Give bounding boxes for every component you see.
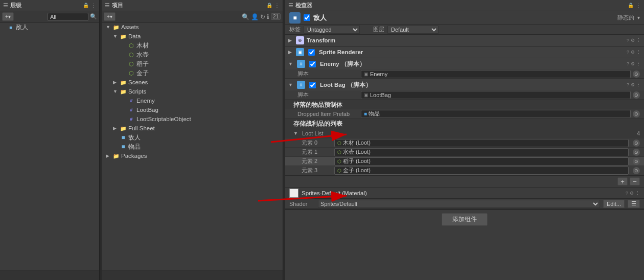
project-shuihu-row[interactable]: ⬡ 水壶 [102, 50, 283, 59]
loot-item-0-select-btn[interactable]: ⊙ [633, 139, 640, 147]
project-scenes-row[interactable]: ▶ 📁 Scenes [102, 78, 283, 87]
dropped-item-cn-label: 掉落的物品预制体 [293, 102, 342, 108]
project-search-icon[interactable]: 🔍 [242, 13, 249, 20]
dropped-item-prop-row: Dropped Item Prefab ■ 物品 ⊙ [285, 109, 644, 119]
hierarchy-add-button[interactable]: +▾ [2, 12, 14, 21]
loot-item-3-select-btn[interactable]: ⊙ [633, 167, 640, 174]
transform-gear-icon[interactable]: ⚙ [631, 38, 635, 43]
lootbag-more-icon[interactable]: ⋮ [636, 82, 641, 87]
loot-remove-btn[interactable]: − [630, 177, 640, 185]
shuihu-icon: ⬡ [128, 51, 135, 58]
loot-add-remove-row: + − [285, 175, 644, 187]
add-component-btn[interactable]: 添加组件 [442, 213, 488, 226]
sprite-renderer-checkbox[interactable] [308, 49, 315, 56]
project-info-icon[interactable]: ℹ [267, 13, 269, 20]
inspector-obj-header: ■ 敌人 静态的 ▾ [285, 11, 644, 25]
project-person-icon[interactable]: 👤 [251, 13, 259, 20]
hierarchy-title: 层级 [10, 2, 21, 9]
project-more-icon[interactable]: ⋮ [274, 3, 280, 8]
transform-collapse-arrow: ▶ [288, 38, 292, 43]
hierarchy-search-input[interactable] [48, 13, 88, 21]
static-dropdown-icon[interactable]: ▾ [637, 15, 640, 20]
project-packages-row[interactable]: ▶ 📁 Packages [102, 151, 283, 160]
lootbag-header[interactable]: ▼ # Loot Bag （脚本） ? ⚙ ⋮ [285, 79, 644, 90]
shader-layout-btn[interactable]: ☰ [628, 200, 640, 208]
project-jinzi-row[interactable]: ⬡ 金子 [102, 68, 283, 78]
material-more-icon[interactable]: ⋮ [635, 191, 640, 196]
project-scripts-row[interactable]: ▼ 📁 Scripts [102, 87, 283, 96]
project-lootbag-script-row[interactable]: # LootBag [102, 105, 283, 114]
project-assets-row[interactable]: ▼ 📁 Assets [102, 22, 283, 32]
project-menu-icon[interactable]: ☰ [105, 2, 110, 9]
lootbag-script-select-btn[interactable]: ⊙ [633, 91, 640, 99]
loot-item-2-select-btn[interactable]: ⊙ [633, 158, 640, 165]
project-bottom [102, 270, 283, 280]
sprite-help-icon[interactable]: ? [627, 50, 629, 55]
lootbag-title: Loot Bag （脚本） [320, 81, 624, 89]
hierarchy-lock-icon[interactable]: 🔒 [83, 3, 89, 8]
hierarchy-menu-icon[interactable]: ☰ [3, 2, 8, 9]
enemy-prefab-icon: ■ [120, 134, 127, 141]
dropped-item-ref-name: 物品 [369, 110, 380, 118]
lootbag-script-value: ▣ LootBag ⊙ [361, 91, 640, 99]
jinzi-icon: ⬡ [128, 69, 135, 77]
loot-list-cn-label: 存储战利品的列表 [293, 121, 342, 127]
sprite-renderer-header[interactable]: ▶ ▣ Sprite Renderer ? ⚙ ⋮ [285, 46, 644, 58]
enemy-script-select-btn[interactable]: ⊙ [633, 71, 640, 78]
project-wupin-prefab-row[interactable]: ■ 物品 [102, 142, 283, 151]
material-gear-icon[interactable]: ⚙ [630, 191, 634, 196]
lootbag-gear-icon[interactable]: ⚙ [631, 82, 635, 87]
obj-active-checkbox[interactable] [304, 14, 310, 21]
project-enemy-prefab-row[interactable]: ■ 敌人 [102, 133, 283, 142]
sprite-more-icon[interactable]: ⋮ [636, 50, 641, 55]
project-mumu-row[interactable]: ⬡ 木材 [102, 41, 283, 50]
transform-header[interactable]: ▶ ⊕ Transform ? ⚙ ⋮ [285, 35, 644, 46]
loot-add-btn[interactable]: + [617, 177, 628, 185]
material-help-icon[interactable]: ? [626, 191, 628, 196]
enemy-gear-icon[interactable]: ⚙ [631, 61, 635, 66]
loot-item-2-icon: ⬡ [337, 159, 341, 164]
sprite-gear-icon[interactable]: ⚙ [631, 50, 635, 55]
inspector-lock-icon[interactable]: 🔒 [628, 3, 634, 8]
project-lock-icon[interactable]: 🔒 [266, 3, 272, 8]
hierarchy-item-enemy[interactable]: ■ 敌人 [0, 22, 99, 32]
project-data-row[interactable]: ▼ 📁 Data [102, 32, 283, 41]
mumu-label: 木材 [136, 42, 149, 50]
loot-item-2-value: 稻子 (Loot) [343, 157, 371, 165]
loot-item-2-label: 元素 2 [302, 157, 332, 165]
transform-more-icon[interactable]: ⋮ [636, 38, 641, 43]
inspector-menu-icon[interactable]: ☰ [288, 2, 293, 9]
enemy-more-icon[interactable]: ⋮ [636, 61, 641, 66]
lootbag-script-icon: # [128, 106, 135, 113]
hierarchy-bottom [0, 270, 99, 280]
dropped-item-select-btn[interactable]: ⊙ [633, 110, 640, 118]
layer-select[interactable]: Default [387, 26, 439, 34]
scenes-label: Scenes [128, 79, 148, 85]
loot-list-collapse-arrow[interactable]: ▼ [293, 131, 298, 136]
lootbag-checkbox[interactable] [309, 82, 316, 88]
project-enemy-script-row[interactable]: # Enemy [102, 96, 283, 105]
project-refresh-icon[interactable]: ↻ [260, 13, 265, 20]
project-daozi-row[interactable]: ⬡ 稻子 [102, 59, 283, 68]
hierarchy-more-icon[interactable]: ⋮ [91, 3, 96, 8]
inspector-more-icon[interactable]: ⋮ [636, 3, 641, 8]
loot-item-3-ref: ⬡ 金子 (Loot) [334, 167, 629, 175]
loot-item-3-value: 金子 (Loot) [343, 167, 371, 174]
tag-select[interactable]: Untagged [304, 26, 360, 34]
enemy-script-checkbox[interactable] [309, 61, 316, 67]
shader-label: Shader [289, 201, 315, 207]
hierarchy-content: ■ 敌人 [0, 22, 99, 270]
project-lootso-script-row[interactable]: # LootScriptableObject [102, 114, 283, 124]
shader-select[interactable]: Sprites/Default [318, 200, 600, 208]
project-add-button[interactable]: +▾ [104, 12, 116, 21]
transform-help-icon[interactable]: ? [627, 38, 629, 43]
lootbag-help-icon[interactable]: ? [627, 82, 629, 87]
shader-edit-btn[interactable]: Edit... [603, 200, 625, 208]
enemy-help-icon[interactable]: ? [627, 61, 629, 66]
enemy-script-ref: ▣ Enemy [361, 70, 631, 78]
enemy-script-header[interactable]: ▼ # Enemy （脚本） ? ⚙ ⋮ [285, 58, 644, 69]
material-header-row: Sprites-Default (Material) ? ⚙ ⋮ [285, 188, 644, 199]
loot-item-1-select-btn[interactable]: ⊙ [633, 149, 640, 156]
loot-item-0-ref: ⬡ 木材 (Loot) [334, 139, 629, 147]
project-fullsheet-row[interactable]: ▶ 📁 Full Sheet [102, 124, 283, 133]
